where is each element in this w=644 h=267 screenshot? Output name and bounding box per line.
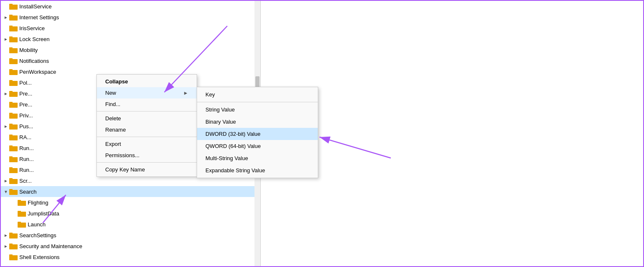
folder-icon: [9, 243, 18, 249]
tree-label: Run...: [19, 156, 34, 162]
expand-arrow[interactable]: ►: [3, 37, 9, 41]
svg-rect-29: [9, 156, 13, 158]
folder-icon: [9, 254, 18, 260]
svg-rect-11: [9, 58, 13, 60]
svg-rect-5: [9, 26, 13, 27]
tree-label: Scr...: [19, 178, 32, 184]
tree-item[interactable]: ► Security and Maintenance: [1, 241, 260, 251]
tree-item[interactable]: ► Internet Settings: [1, 12, 260, 23]
tree-item[interactable]: JumplistData: [1, 208, 260, 219]
svg-rect-31: [9, 167, 13, 169]
folder-icon: [9, 79, 18, 86]
menu-item-rename[interactable]: Rename: [97, 124, 197, 135]
svg-rect-39: [18, 211, 21, 213]
folder-icon: [9, 134, 18, 140]
tree-label: InstallService: [19, 3, 52, 10]
menu-label: Delete: [105, 115, 121, 122]
submenu-item-dword--32-bit--value[interactable]: DWORD (32-bit) Value: [197, 128, 318, 140]
submenu-item-key[interactable]: Key: [197, 88, 318, 101]
tree-item[interactable]: IrisService: [1, 23, 260, 34]
folder-icon: [18, 199, 26, 206]
tree-label: Launch: [28, 221, 46, 228]
expand-arrow[interactable]: ►: [3, 15, 9, 20]
svg-rect-3: [9, 15, 13, 16]
expand-arrow[interactable]: ►: [3, 233, 9, 238]
svg-rect-23: [9, 124, 13, 125]
tree-item[interactable]: Flighting: [1, 197, 260, 208]
expand-arrow[interactable]: ►: [3, 179, 9, 183]
submenu-arrow: ►: [183, 90, 188, 96]
folder-icon: [9, 68, 18, 75]
tree-label: Priv...: [19, 112, 33, 119]
folder-icon: [9, 14, 18, 21]
menu-label: Collapse: [105, 78, 128, 85]
tree-label: Pus...: [19, 123, 33, 130]
tree-item[interactable]: ▼ Search: [1, 186, 260, 197]
folder-icon: [18, 210, 26, 217]
svg-rect-17: [9, 91, 13, 93]
tree-label: Flighting: [28, 200, 48, 206]
folder-icon: [9, 145, 18, 151]
tree-label: Run...: [19, 167, 34, 173]
svg-rect-25: [9, 135, 13, 136]
submenu-item-expandable-string-value[interactable]: Expandable String Value: [197, 164, 318, 176]
menu-label: New: [105, 90, 116, 96]
main-container: InstallService► Internet Settings IrisSe…: [1, 1, 643, 266]
tree-item[interactable]: Launch: [1, 219, 260, 230]
folder-icon: [9, 166, 18, 173]
menu-item-collapse[interactable]: Collapse: [97, 76, 197, 87]
tree-item[interactable]: ► SearchSettings: [1, 230, 260, 241]
menu-separator: [97, 162, 197, 163]
svg-rect-35: [9, 189, 13, 191]
tree-label: Shell Extensions: [19, 254, 60, 260]
folder-icon: [9, 177, 18, 184]
svg-rect-37: [18, 200, 21, 202]
submenu-label: Multi-String Value: [205, 155, 248, 161]
menu-item-permissions---[interactable]: Permissions...: [97, 150, 197, 161]
tree-label: Security and Maintenance: [19, 243, 82, 249]
svg-rect-33: [9, 178, 13, 180]
folder-icon: [18, 221, 26, 228]
submenu-label: DWORD (32-bit) Value: [205, 131, 260, 137]
folder-icon: [9, 90, 18, 97]
submenu-item-qword--64-bit--value[interactable]: QWORD (64-bit) Value: [197, 140, 318, 152]
svg-rect-1: [9, 4, 13, 5]
submenu-label: String Value: [205, 106, 235, 113]
expand-arrow[interactable]: ►: [3, 244, 9, 249]
folder-icon: [9, 188, 18, 195]
svg-rect-43: [9, 233, 13, 234]
expand-arrow[interactable]: ►: [3, 91, 9, 96]
folder-icon: [9, 3, 18, 10]
folder-icon: [9, 101, 18, 108]
menu-label: Copy Key Name: [105, 166, 145, 173]
menu-label: Rename: [105, 127, 126, 133]
tree-item[interactable]: Mobility: [1, 44, 260, 55]
menu-item-new[interactable]: New►: [97, 87, 197, 99]
tree-item[interactable]: InstallService: [1, 1, 260, 12]
context-menu: CollapseNew►Find...DeleteRenameExportPer…: [96, 74, 197, 177]
expand-arrow[interactable]: ►: [3, 124, 9, 129]
tree-label: Run...: [19, 145, 34, 151]
submenu-item-multi-string-value[interactable]: Multi-String Value: [197, 152, 318, 164]
menu-item-find---[interactable]: Find...: [97, 99, 197, 110]
tree-label: Notifications: [19, 58, 49, 64]
tree-item[interactable]: Notifications: [1, 55, 260, 66]
submenu-separator: [197, 102, 318, 102]
tree-label: JumplistData: [28, 210, 59, 217]
svg-rect-45: [9, 244, 13, 245]
submenu-label: Key: [205, 91, 215, 98]
submenu-item-binary-value[interactable]: Binary Value: [197, 116, 318, 128]
tree-item[interactable]: ► Lock Screen: [1, 34, 260, 44]
tree-label: Pre...: [19, 101, 32, 108]
submenu-item-string-value[interactable]: String Value: [197, 104, 318, 116]
tree-item[interactable]: Shell Extensions: [1, 251, 260, 262]
menu-label: Export: [105, 141, 121, 147]
svg-rect-9: [9, 47, 13, 49]
svg-rect-19: [9, 102, 13, 104]
menu-item-copy-key-name[interactable]: Copy Key Name: [97, 164, 197, 175]
svg-rect-41: [18, 222, 21, 223]
expand-arrow[interactable]: ▼: [3, 189, 9, 194]
menu-item-delete[interactable]: Delete: [97, 113, 197, 124]
menu-item-export[interactable]: Export: [97, 138, 197, 150]
submenu-label: QWORD (64-bit) Value: [205, 143, 261, 149]
